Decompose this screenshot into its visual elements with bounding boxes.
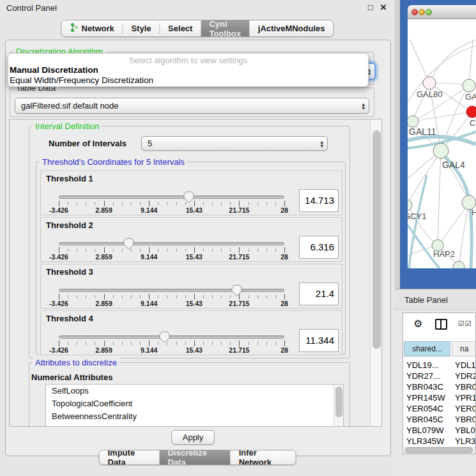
tab-style[interactable]: Style (123, 20, 159, 36)
table-toolbar: ⚙ ☑☑ (403, 313, 476, 335)
select-columns-icon[interactable] (435, 319, 447, 330)
network-canvas[interactable]: GAL80 GA C GAL11 GAL4 GCY1 H HAP2 (408, 19, 476, 268)
threshold-3-slider-thumb[interactable] (231, 284, 243, 297)
threshold-1-slider-thumb[interactable] (183, 190, 195, 204)
scale-label: -3.426 (49, 253, 68, 261)
tab-label: Discretize Data (167, 450, 222, 465)
apply-button[interactable]: Apply (171, 430, 215, 445)
scale-label: 9.144 (141, 253, 157, 261)
table-row[interactable]: YBL079WYBL0 (403, 425, 476, 436)
threshold-1-panel: Threshold 1 -3.426 2.859 9.144 15.43 21.… (40, 171, 342, 215)
column-header-name[interactable]: na (452, 341, 476, 357)
threshold-2-slider-track[interactable] (59, 242, 284, 245)
numerical-attributes-list[interactable]: SelfLoops TopologicalCoefficient Between… (45, 384, 344, 427)
table-row[interactable]: YBR043CYBR0 (403, 381, 476, 392)
panel-title: Control Panel (6, 3, 57, 13)
network-node[interactable] (408, 199, 412, 211)
scale-label: -3.426 (49, 300, 68, 307)
scale-label: 21.715 (229, 300, 249, 307)
table-panel: Table Panel ⚙ ☑☑ shared... na YDL19...YD… (395, 289, 476, 476)
tab-impute-data[interactable]: Impute Data (100, 450, 160, 464)
gear-icon[interactable]: ⚙ (413, 318, 422, 330)
column-header-shared-name[interactable]: shared... (404, 341, 450, 357)
table-row[interactable]: YBR045CYBR0 (403, 414, 476, 425)
number-of-intervals-label: Number of Intervals (49, 139, 127, 148)
scale-label: 28 (280, 300, 288, 307)
network-view-window: GAL80 GA C GAL11 GAL4 GCY1 H HAP2 (400, 0, 476, 289)
slider-minor-ticks (59, 295, 285, 298)
close-traffic-icon[interactable] (411, 9, 418, 15)
bottom-tab-bar: Impute Data Discretize Data Infer Networ… (99, 450, 296, 465)
scale-label: 15.43 (186, 346, 203, 354)
threshold-4-slider-track[interactable] (59, 335, 284, 339)
scale-label: 2.859 (95, 253, 112, 261)
scale-label: 28 (280, 206, 288, 214)
scale-label: 21.715 (229, 346, 249, 354)
close-icon[interactable]: ✕ (378, 3, 388, 13)
algorithm-option-equal-width[interactable]: Equal Width/Frequency Discretization (8, 75, 368, 86)
list-scrollbar[interactable] (334, 385, 343, 427)
scale-label: -3.426 (49, 206, 68, 214)
threshold-1-value-field[interactable]: 14.713 (299, 189, 339, 212)
threshold-4-value-field[interactable]: 11.344 (299, 329, 339, 352)
tab-label: Impute Data (108, 450, 151, 465)
algorithm-popup: Select algorithm to view settings Manual… (8, 53, 369, 87)
network-node[interactable] (463, 79, 475, 92)
scale-label: -3.426 (49, 346, 68, 354)
network-node[interactable] (433, 143, 449, 158)
minimize-traffic-icon[interactable] (418, 9, 425, 15)
tab-infer-network[interactable]: Infer Network (231, 450, 296, 464)
network-node[interactable] (423, 77, 436, 89)
threshold-3-value-field[interactable]: 21.4 (299, 282, 339, 305)
algorithm-option-manual[interactable]: Manual Discretization (8, 65, 368, 75)
number-of-intervals-combo[interactable]: 5 ▴▾ (141, 136, 328, 151)
threshold-3-label: Threshold 3 (46, 267, 93, 277)
table-row[interactable]: YPR145WYPR1 (403, 392, 476, 403)
table-horizontal-scrollbar[interactable] (404, 447, 476, 454)
number-of-intervals-value: 5 (148, 139, 320, 148)
zoom-traffic-icon[interactable] (426, 9, 432, 15)
tab-jactivemnodules[interactable]: jActiveMNodules (250, 20, 334, 36)
threshold-2-value-field[interactable]: 6.316 (299, 236, 339, 259)
list-item[interactable]: TopologicalCoefficient (46, 397, 343, 410)
table-row[interactable]: YLR345WYLR3 (403, 436, 476, 447)
network-node-label: GA (465, 92, 476, 102)
table-row[interactable]: YER054CYER0 (403, 403, 476, 414)
threshold-3-slider-track[interactable] (59, 289, 284, 292)
table-row[interactable]: YDR27...YDR2 (403, 371, 476, 381)
scale-label: 9.144 (141, 206, 157, 214)
list-item[interactable]: BetweennessCentrality (46, 410, 343, 423)
attributes-group-title: Attributes to discretize (33, 358, 119, 367)
threshold-2-slider-thumb[interactable] (123, 237, 135, 250)
network-node-label: GCY1 (408, 211, 426, 221)
checkbox-icons[interactable]: ☑☑ (458, 319, 472, 328)
stepper-icon: ▴▾ (362, 102, 365, 110)
threshold-1-slider-track[interactable] (59, 196, 284, 199)
slider-minor-ticks (59, 202, 285, 205)
control-panel-titlebar: Control Panel □ ✕ (0, 0, 395, 17)
network-window-titlebar (408, 5, 476, 19)
network-node-label: HAP2 (433, 249, 455, 259)
table-data-combo[interactable]: galFiltered.sif default node ▴▾ (15, 98, 369, 114)
list-item[interactable]: SelfLoops (46, 385, 343, 397)
tab-cyni-toolbox[interactable]: Cyni Toolbox (201, 20, 249, 36)
scale-label: 28 (280, 253, 288, 261)
scale-label: 28 (280, 346, 288, 354)
table-panel-header: Table Panel (395, 289, 476, 310)
tab-network[interactable]: Network (61, 20, 122, 36)
control-panel: Control Panel □ ✕ Network Style Select C… (0, 0, 395, 476)
tab-discretize-data[interactable]: Discretize Data (159, 450, 230, 464)
network-node[interactable] (408, 116, 418, 127)
tab-select[interactable]: Select (160, 20, 201, 36)
settings-scrollbar[interactable] (370, 119, 382, 427)
float-window-icon[interactable]: □ (365, 3, 376, 13)
tab-label: Cyni Toolbox (209, 20, 241, 37)
table-row[interactable]: YDL19...YDL1 (403, 360, 476, 371)
stepper-icon: ▴▾ (320, 140, 323, 148)
slider-minor-ticks (59, 249, 285, 252)
interval-definition-group-title: Interval Definition (33, 121, 102, 131)
network-node-label: GAL4 (442, 160, 465, 170)
network-node-selected[interactable] (466, 106, 476, 118)
scale-label: 21.715 (229, 206, 249, 214)
threshold-4-slider-thumb[interactable] (158, 330, 171, 344)
